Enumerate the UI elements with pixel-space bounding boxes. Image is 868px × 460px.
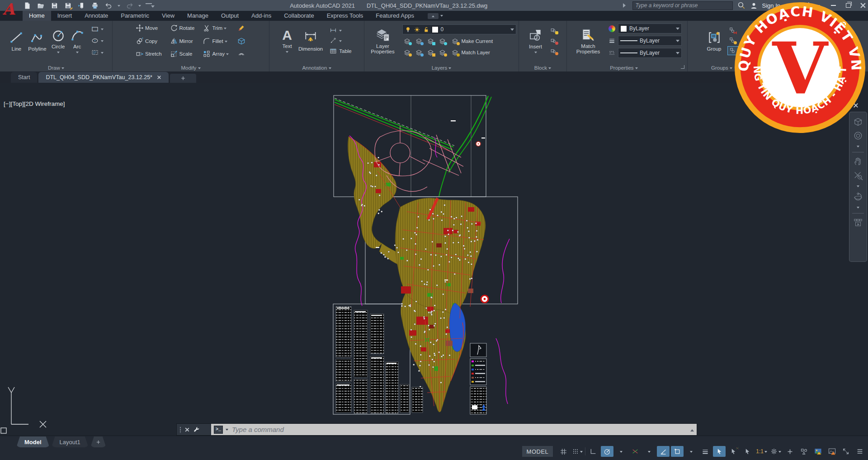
redo-dropdown-caret[interactable] [138, 5, 141, 8]
recent-commands-caret[interactable] [226, 429, 228, 432]
window-close-button[interactable] [860, 3, 866, 8]
file-tab-document[interactable]: DTL_QH04_SDD_PKNamVTau_23.12.25* [38, 72, 169, 83]
zoom-caret[interactable] [857, 185, 859, 189]
new-layout-button[interactable] [90, 436, 106, 447]
qat-customize-icon[interactable] [146, 3, 152, 4]
object-snap-tracking-toggle[interactable] [657, 446, 670, 457]
linetype-dropdown[interactable]: ByLayer [618, 48, 682, 58]
ortho-toggle[interactable] [587, 446, 599, 457]
erase-button[interactable] [236, 23, 247, 33]
save-as-icon[interactable] [63, 1, 72, 10]
layout-tab-model[interactable]: Model [16, 436, 50, 447]
polar-tracking-toggle[interactable] [601, 446, 613, 457]
leader-button[interactable] [328, 37, 353, 45]
line-button[interactable]: Line [8, 29, 25, 52]
panel-label-modify[interactable]: Modify [113, 65, 269, 71]
panel-label-layers[interactable]: Layers [364, 65, 519, 71]
redo-button[interactable] [125, 1, 134, 10]
object-snap-toggle[interactable] [671, 446, 684, 457]
model-space-toggle[interactable]: MODEL [522, 446, 553, 457]
tab-output[interactable]: Output [215, 11, 245, 21]
search-collapse-arrow[interactable] [623, 3, 628, 8]
workspace-switching[interactable] [769, 446, 782, 457]
zoom-extents-icon[interactable] [853, 171, 863, 180]
tab-manage[interactable]: Manage [181, 11, 215, 21]
file-tab-start[interactable]: Start [11, 72, 37, 83]
mirror-button[interactable]: Mirror [169, 37, 196, 46]
command-tools-icon[interactable] [193, 426, 200, 433]
panel-label-block[interactable]: Block [519, 65, 566, 71]
table-button[interactable]: Table [328, 47, 353, 55]
polyline-button[interactable]: Polyline [27, 29, 47, 52]
annotation-scale-icon[interactable] [741, 446, 754, 457]
lineweight-dropdown[interactable]: ByLayer [618, 36, 682, 46]
offset-button[interactable] [236, 49, 247, 58]
sign-in-button[interactable]: Sign In [762, 2, 780, 9]
annotation-autoscale-toggle[interactable] [727, 446, 740, 457]
new-file-icon[interactable] [23, 1, 32, 10]
tab-parametric[interactable]: Parametric [114, 11, 156, 21]
fillet-button[interactable]: Fillet [202, 37, 229, 46]
graphics-performance-toggle[interactable] [811, 446, 824, 457]
undo-button[interactable] [104, 1, 113, 10]
array-button[interactable]: Array [202, 49, 229, 58]
layer-on-icon[interactable] [402, 48, 412, 57]
properties-panel-launcher[interactable] [681, 65, 684, 69]
tab-view[interactable]: View [156, 11, 181, 21]
orbit-caret[interactable] [857, 207, 859, 210]
undo-dropdown-caret[interactable] [118, 5, 120, 8]
tab-collaborate[interactable]: Collaborate [278, 11, 321, 21]
tab-annotate[interactable]: Annotate [78, 11, 114, 21]
isodraft-caret[interactable] [643, 446, 656, 457]
command-prompt-icon[interactable]: >_ [214, 426, 223, 434]
object-color-dropdown[interactable]: ByLayer [618, 24, 682, 33]
copy-button[interactable]: Copy [135, 37, 162, 46]
search-icon[interactable] [737, 1, 745, 9]
isodraft-toggle[interactable] [629, 446, 642, 457]
autodesk-app-icon[interactable] [805, 1, 813, 9]
make-current-button[interactable]: Make Current [449, 37, 494, 46]
viewport-close-icon[interactable] [854, 103, 858, 108]
panel-label-properties[interactable]: Properties [567, 65, 687, 71]
group-edit-icon[interactable] [727, 36, 737, 44]
showmotion-icon[interactable] [853, 218, 863, 228]
layer-combobox[interactable]: 0 [402, 24, 516, 34]
isolate-objects-toggle[interactable] [797, 446, 810, 457]
annotation-monitor-toggle[interactable] [783, 446, 796, 457]
command-history-arrow[interactable] [690, 427, 694, 432]
command-line-grip[interactable] [177, 424, 211, 435]
tab-add-ins[interactable]: Add-ins [245, 11, 278, 21]
file-tab-close-icon[interactable] [157, 76, 161, 79]
annotation-visibility-toggle[interactable] [713, 446, 726, 457]
plot-icon[interactable] [90, 1, 99, 10]
customization-menu[interactable] [854, 446, 866, 457]
viewport-controls[interactable]: [−][Top][2D Wireframe] [4, 100, 65, 107]
ribbon-display-caret[interactable] [440, 15, 443, 18]
user-icon[interactable] [750, 2, 758, 9]
qat-customize-caret[interactable] [151, 5, 155, 9]
window-restore-button[interactable] [846, 3, 851, 8]
circle-button[interactable]: Circle [50, 27, 67, 55]
annotation-scale-value[interactable]: 1:1 [755, 446, 768, 457]
steeringwheel-caret[interactable] [857, 146, 859, 149]
layer-unlock-icon[interactable] [438, 48, 448, 57]
command-line-close-icon[interactable] [185, 427, 189, 432]
group-button[interactable]: Group [706, 29, 723, 52]
steeringwheel-icon[interactable] [853, 131, 863, 141]
open-from-mobile-icon[interactable] [77, 1, 86, 10]
panel-label-draw[interactable]: Draw [0, 65, 112, 71]
layer-properties-button[interactable]: Layer Properties [367, 27, 399, 55]
layer-unisolate-icon[interactable] [414, 37, 424, 45]
search-input[interactable] [632, 1, 733, 10]
open-file-icon[interactable] [36, 1, 45, 10]
autocad-logo[interactable]: A [3, 0, 20, 20]
new-drawing-tab-button[interactable] [170, 74, 196, 83]
group-selection-toggle[interactable] [727, 46, 738, 55]
stretch-button[interactable]: Stretch [135, 49, 162, 58]
ellipse-button[interactable] [90, 36, 104, 45]
autodesk-app-caret[interactable] [817, 5, 820, 8]
ungroup-icon[interactable] [727, 26, 737, 34]
layer-thaw-icon[interactable] [426, 48, 436, 57]
drawing-viewport-map[interactable] [332, 94, 524, 415]
hatch-button[interactable] [90, 48, 104, 57]
